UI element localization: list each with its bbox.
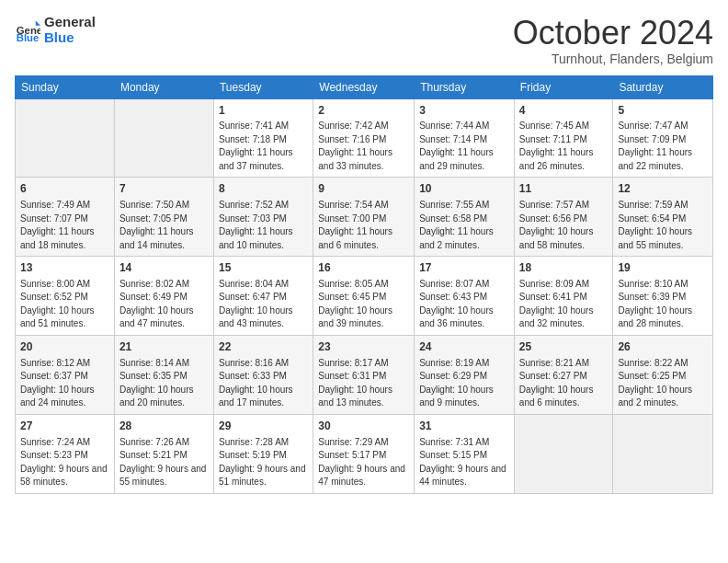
cell-content: Sunrise: 8:21 AMSunset: 6:27 PMDaylight:…	[519, 357, 609, 410]
title-area: October 2024 Turnhout, Flanders, Belgium	[513, 15, 713, 66]
cell-content: Sunrise: 7:31 AMSunset: 5:15 PMDaylight:…	[419, 436, 509, 489]
day-header-sunday: Sunday	[16, 75, 115, 98]
logo-line1: General	[44, 15, 96, 30]
calendar-week-1: 1Sunrise: 7:41 AMSunset: 7:18 PMDaylight…	[16, 98, 713, 178]
calendar-cell: 15Sunrise: 8:04 AMSunset: 6:47 PMDayligh…	[213, 257, 313, 336]
cell-content: Sunrise: 8:19 AMSunset: 6:29 PMDaylight:…	[419, 357, 509, 410]
calendar-cell: 23Sunrise: 8:17 AMSunset: 6:31 PMDayligh…	[313, 335, 415, 414]
calendar-cell: 18Sunrise: 8:09 AMSunset: 6:41 PMDayligh…	[514, 257, 613, 336]
calendar-cell: 14Sunrise: 8:02 AMSunset: 6:49 PMDayligh…	[114, 257, 213, 336]
cell-content: Sunrise: 8:09 AMSunset: 6:41 PMDaylight:…	[519, 278, 609, 331]
cell-content: Sunrise: 8:05 AMSunset: 6:45 PMDaylight:…	[318, 278, 409, 331]
calendar-week-4: 20Sunrise: 8:12 AMSunset: 6:37 PMDayligh…	[16, 335, 713, 414]
day-number: 29	[219, 419, 308, 434]
cell-content: Sunrise: 8:02 AMSunset: 6:49 PMDaylight:…	[119, 278, 209, 331]
cell-content: Sunrise: 8:12 AMSunset: 6:37 PMDaylight:…	[20, 357, 109, 410]
calendar-week-5: 27Sunrise: 7:24 AMSunset: 5:23 PMDayligh…	[16, 414, 713, 493]
cell-content: Sunrise: 7:42 AMSunset: 7:16 PMDaylight:…	[318, 120, 409, 173]
day-header-friday: Friday	[514, 75, 613, 98]
day-number: 10	[419, 181, 509, 197]
day-number: 1	[219, 103, 308, 119]
calendar-cell: 17Sunrise: 8:07 AMSunset: 6:43 PMDayligh…	[415, 257, 515, 336]
day-number: 24	[419, 339, 509, 355]
day-header-wednesday: Wednesday	[313, 75, 415, 98]
calendar-cell: 20Sunrise: 8:12 AMSunset: 6:37 PMDayligh…	[16, 335, 115, 414]
calendar-cell: 24Sunrise: 8:19 AMSunset: 6:29 PMDayligh…	[415, 335, 515, 414]
calendar-week-2: 6Sunrise: 7:49 AMSunset: 7:07 PMDaylight…	[16, 178, 713, 257]
calendar-cell: 2Sunrise: 7:42 AMSunset: 7:16 PMDaylight…	[313, 98, 415, 178]
calendar-cell: 6Sunrise: 7:49 AMSunset: 7:07 PMDaylight…	[16, 178, 115, 257]
day-number: 31	[419, 419, 509, 434]
calendar-cell: 3Sunrise: 7:44 AMSunset: 7:14 PMDaylight…	[415, 98, 515, 178]
day-number: 9	[318, 181, 409, 197]
day-number: 23	[318, 339, 409, 355]
day-number: 19	[618, 260, 708, 276]
cell-content: Sunrise: 7:28 AMSunset: 5:19 PMDaylight:…	[219, 436, 308, 489]
day-number: 11	[519, 181, 609, 197]
day-number: 21	[119, 339, 209, 355]
day-number: 2	[318, 103, 409, 119]
day-number: 7	[119, 181, 209, 197]
day-number: 4	[519, 103, 609, 119]
cell-content: Sunrise: 7:44 AMSunset: 7:14 PMDaylight:…	[419, 120, 509, 173]
calendar-cell: 31Sunrise: 7:31 AMSunset: 5:15 PMDayligh…	[415, 414, 515, 493]
cell-content: Sunrise: 7:59 AMSunset: 6:54 PMDaylight:…	[618, 199, 708, 252]
logo: General Blue General Blue	[15, 15, 96, 45]
calendar-cell: 27Sunrise: 7:24 AMSunset: 5:23 PMDayligh…	[16, 414, 115, 493]
logo-line2: Blue	[44, 30, 96, 46]
day-header-thursday: Thursday	[415, 75, 515, 98]
calendar-cell: 26Sunrise: 8:22 AMSunset: 6:25 PMDayligh…	[613, 335, 713, 414]
day-number: 17	[419, 260, 509, 276]
calendar-cell: 13Sunrise: 8:00 AMSunset: 6:52 PMDayligh…	[16, 257, 115, 336]
calendar-cell: 21Sunrise: 8:14 AMSunset: 6:35 PMDayligh…	[114, 335, 213, 414]
cell-content: Sunrise: 7:50 AMSunset: 7:05 PMDaylight:…	[119, 199, 209, 252]
calendar-cell: 16Sunrise: 8:05 AMSunset: 6:45 PMDayligh…	[313, 257, 415, 336]
calendar-cell: 22Sunrise: 8:16 AMSunset: 6:33 PMDayligh…	[213, 335, 313, 414]
location: Turnhout, Flanders, Belgium	[513, 52, 713, 66]
calendar-table: SundayMondayTuesdayWednesdayThursdayFrid…	[15, 75, 713, 494]
calendar-cell: 5Sunrise: 7:47 AMSunset: 7:09 PMDaylight…	[613, 98, 713, 178]
logo-icon: General Blue	[15, 17, 40, 43]
cell-content: Sunrise: 8:22 AMSunset: 6:25 PMDaylight:…	[618, 357, 708, 410]
day-number: 20	[20, 339, 109, 355]
day-number: 8	[219, 181, 308, 197]
day-number: 25	[519, 339, 609, 355]
cell-content: Sunrise: 7:57 AMSunset: 6:56 PMDaylight:…	[519, 199, 609, 252]
cell-content: Sunrise: 7:24 AMSunset: 5:23 PMDaylight:…	[20, 436, 109, 489]
day-number: 27	[20, 419, 109, 434]
svg-text:Blue: Blue	[17, 32, 40, 43]
calendar-cell: 25Sunrise: 8:21 AMSunset: 6:27 PMDayligh…	[514, 335, 613, 414]
cell-content: Sunrise: 7:26 AMSunset: 5:21 PMDaylight:…	[119, 436, 209, 489]
calendar-header: SundayMondayTuesdayWednesdayThursdayFrid…	[16, 75, 713, 98]
calendar-cell	[114, 98, 213, 178]
cell-content: Sunrise: 7:54 AMSunset: 7:00 PMDaylight:…	[318, 199, 409, 252]
day-number: 26	[618, 339, 708, 355]
month-title: October 2024	[513, 15, 713, 52]
page-header: General Blue General Blue October 2024 T…	[15, 15, 713, 66]
day-number: 3	[419, 103, 509, 119]
cell-content: Sunrise: 7:45 AMSunset: 7:11 PMDaylight:…	[519, 120, 609, 173]
calendar-cell: 4Sunrise: 7:45 AMSunset: 7:11 PMDaylight…	[514, 98, 613, 178]
calendar-cell: 12Sunrise: 7:59 AMSunset: 6:54 PMDayligh…	[613, 178, 713, 257]
cell-content: Sunrise: 7:29 AMSunset: 5:17 PMDaylight:…	[318, 436, 409, 489]
calendar-week-3: 13Sunrise: 8:00 AMSunset: 6:52 PMDayligh…	[16, 257, 713, 336]
calendar-cell	[16, 98, 115, 178]
cell-content: Sunrise: 7:52 AMSunset: 7:03 PMDaylight:…	[219, 199, 308, 252]
cell-content: Sunrise: 8:16 AMSunset: 6:33 PMDaylight:…	[219, 357, 308, 410]
cell-content: Sunrise: 7:49 AMSunset: 7:07 PMDaylight:…	[20, 199, 109, 252]
cell-content: Sunrise: 7:55 AMSunset: 6:58 PMDaylight:…	[419, 199, 509, 252]
day-header-saturday: Saturday	[613, 75, 713, 98]
day-number: 18	[519, 260, 609, 276]
day-number: 22	[219, 339, 308, 355]
calendar-cell	[514, 414, 613, 493]
calendar-cell: 28Sunrise: 7:26 AMSunset: 5:21 PMDayligh…	[114, 414, 213, 493]
cell-content: Sunrise: 8:04 AMSunset: 6:47 PMDaylight:…	[219, 278, 308, 331]
cell-content: Sunrise: 7:47 AMSunset: 7:09 PMDaylight:…	[618, 120, 708, 173]
day-header-monday: Monday	[114, 75, 213, 98]
calendar-cell: 29Sunrise: 7:28 AMSunset: 5:19 PMDayligh…	[213, 414, 313, 493]
calendar-cell: 30Sunrise: 7:29 AMSunset: 5:17 PMDayligh…	[313, 414, 415, 493]
cell-content: Sunrise: 8:07 AMSunset: 6:43 PMDaylight:…	[419, 278, 509, 331]
day-header-tuesday: Tuesday	[213, 75, 313, 98]
cell-content: Sunrise: 8:00 AMSunset: 6:52 PMDaylight:…	[20, 278, 109, 331]
cell-content: Sunrise: 8:10 AMSunset: 6:39 PMDaylight:…	[618, 278, 708, 331]
